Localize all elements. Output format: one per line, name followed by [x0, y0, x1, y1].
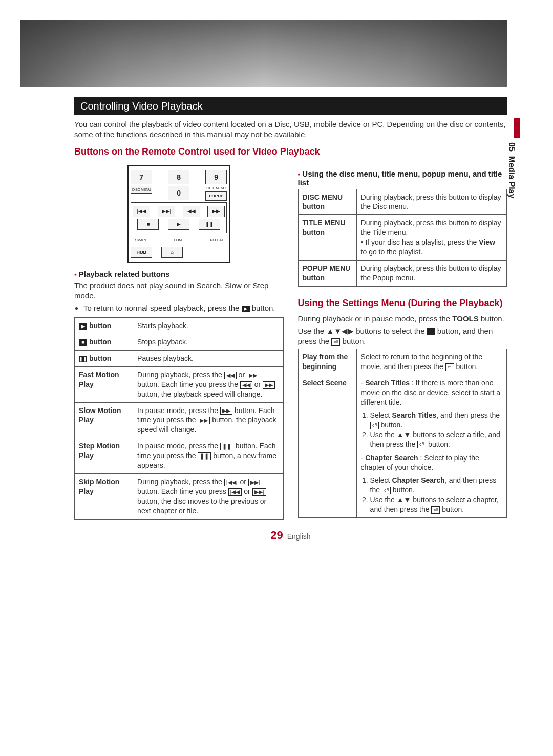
remote-label-discmenu: DISC MENU [131, 186, 152, 194]
manual-page: 05 Media Play Controlling Video Playback… [0, 0, 553, 563]
chapter-marker [514, 118, 520, 138]
content-columns: 7 8 9 DISC MENU 0 TITLE MENU POPUP [74, 162, 507, 520]
remote-label-repeat: REPEAT [206, 235, 227, 245]
table-row: DISC MENU buttonDuring playback, press t… [298, 189, 507, 215]
chapter-label: 05 Media Play [507, 142, 516, 198]
inline-icon: ◀◀ [224, 372, 237, 379]
table-row: Fast Motion PlayDuring playback, press t… [75, 366, 284, 402]
chapter-side-tab: 05 Media Play [507, 118, 522, 200]
inline-icon: ❚❚ [220, 443, 233, 450]
remote-label-smart: SMART [131, 235, 151, 245]
playback-note-1: The product does not play sound in Searc… [74, 280, 284, 301]
remote-btn-pause-icon: ❚❚ [199, 219, 220, 230]
table-row: Skip Motion PlayDuring playback, press t… [75, 473, 284, 519]
page-number: 29 [270, 529, 283, 542]
section-intro: You can control the playback of video co… [74, 119, 507, 140]
settings-menu-heading: Using the Settings Menu (During the Play… [298, 298, 507, 309]
menu-icon: ≣ [427, 328, 435, 335]
table-row: POPUP MENU buttonDuring playback, press … [298, 260, 507, 286]
settings-intro-2: Use the ▲▼◀▶ buttons to select the ≣ but… [298, 326, 507, 347]
table-row: Step Motion PlayIn pause mode, press the… [75, 438, 284, 474]
inline-icon: ▶▶| [252, 488, 266, 496]
left-column: 7 8 9 DISC MENU 0 TITLE MENU POPUP [74, 162, 284, 520]
inline-icon: ▶▶ [198, 417, 210, 424]
table-row: TITLE MENU buttonDuring playback, press … [298, 215, 507, 261]
remote-diagram: 7 8 9 DISC MENU 0 TITLE MENU POPUP [127, 165, 230, 263]
remote-btn-0: 0 [168, 186, 189, 200]
remote-frame: 7 8 9 DISC MENU 0 TITLE MENU POPUP [127, 165, 230, 263]
settings-intro-1: During playback or in pause mode, press … [298, 314, 507, 324]
table-row: ■ buttonStops playback. [75, 334, 284, 351]
inline-icon: ◀◀ [240, 381, 252, 389]
inline-icon: ❚❚ [198, 452, 211, 460]
remote-subheading: Buttons on the Remote Control used for V… [74, 146, 507, 157]
remote-btn-hub: HUB [131, 247, 152, 258]
remote-btn-play-icon: ▶ [168, 219, 189, 230]
table-row: Play from the beginningSelect to return … [298, 349, 507, 375]
enter-icon: ⏎ [370, 422, 379, 429]
inline-icon: ▶▶| [248, 479, 262, 486]
disc-menu-heading: Using the disc menu, title menu, popup m… [298, 169, 507, 187]
remote-btn-home-icon: ⌂ [161, 247, 183, 258]
remote-btn-skipfwd-icon: ▶▶| [158, 206, 175, 217]
button-glyph-icon: ■ [79, 339, 87, 346]
remote-btn-7: 7 [131, 170, 152, 184]
page-language: English [287, 532, 311, 541]
right-column: Using the disc menu, title menu, popup m… [298, 162, 507, 520]
section-title-bar: Controlling Video Playback [74, 97, 507, 115]
remote-btn-8: 8 [168, 170, 189, 184]
playback-buttons-table: ▶ buttonStarts playback.■ buttonStops pl… [74, 317, 284, 519]
button-glyph-icon: ❚❚ [79, 356, 87, 362]
inline-icon: ▶▶ [263, 381, 275, 389]
playback-buttons-heading: Playback related buttons [74, 270, 284, 278]
remote-btn-9: 9 [205, 170, 227, 184]
table-row: Slow Motion PlayIn pause mode, press the… [75, 402, 284, 438]
table-row: Select Scene- Search Titles : If there i… [298, 375, 507, 518]
page-footer: 29 English [74, 529, 507, 542]
remote-btn-rew-icon: ◀◀ [183, 206, 200, 217]
inline-icon: ▶▶ [247, 372, 259, 379]
remote-btn-ff-icon: ▶▶ [207, 206, 225, 217]
inline-icon: ▶▶ [220, 407, 232, 415]
button-glyph-icon: ▶ [79, 323, 87, 330]
remote-label-titlemenu: TITLE MENU [205, 186, 226, 191]
inline-icon: |◀◀ [224, 479, 238, 486]
remote-btn-stop-icon: ■ [137, 219, 159, 230]
inline-icon: ⏎ [445, 363, 454, 371]
enter-icon: ⏎ [431, 506, 440, 514]
remote-btn-skipback-icon: |◀◀ [133, 206, 150, 217]
remote-label-home: HOME [168, 235, 189, 245]
inline-icon: |◀◀ [228, 488, 242, 496]
table-row: ▶ buttonStarts playback. [75, 318, 284, 334]
play-icon: ▶ [242, 306, 250, 312]
remote-btn-popup: POPUP [205, 191, 227, 201]
table-row: ❚❚ buttonPauses playback. [75, 351, 284, 367]
enter-icon: ⏎ [382, 487, 391, 494]
enter-icon: ⏎ [331, 338, 340, 346]
settings-menu-table: Play from the beginningSelect to return … [298, 349, 507, 517]
enter-icon: ⏎ [417, 441, 426, 448]
header-gradient [20, 20, 507, 87]
disc-menu-table: DISC MENU buttonDuring playback, press t… [298, 189, 507, 287]
playback-note-2: To return to normal speed playback, pres… [83, 303, 284, 313]
